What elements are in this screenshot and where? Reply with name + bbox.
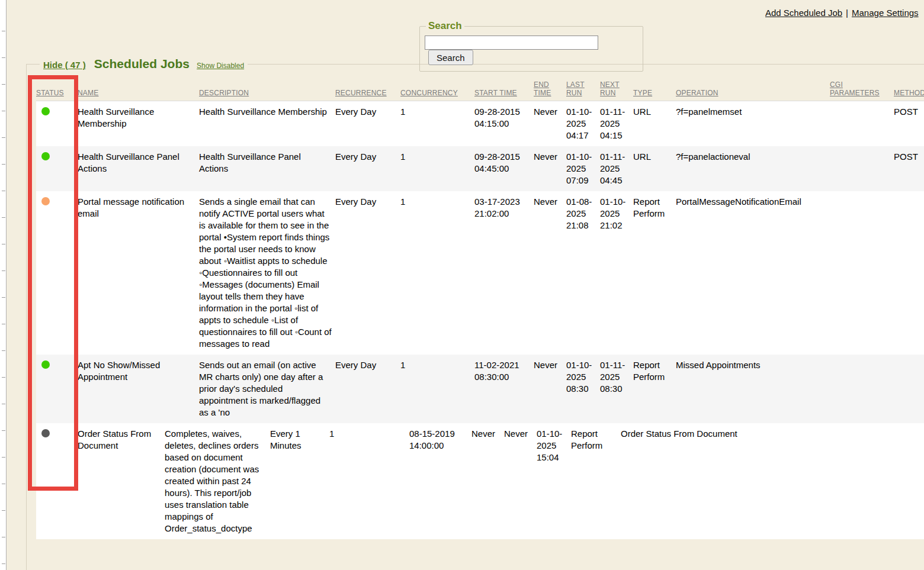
- column-header-last-run[interactable]: LAST RUN: [566, 71, 600, 101]
- job-next-run: 01-11-2025 08:30: [600, 355, 633, 423]
- job-recurrence: Every Day: [335, 355, 400, 423]
- column-header-method[interactable]: METHOD: [894, 71, 924, 101]
- job-next-run: 01-11-2025 04:15: [600, 101, 633, 146]
- column-header-cgi-parameters[interactable]: CGI PARAMETERS: [830, 71, 894, 101]
- job-end-time: Never: [534, 191, 566, 355]
- status-indicator: [41, 197, 50, 205]
- job-start-time: 09-28-2015 04:15:00: [474, 101, 534, 146]
- column-header-description[interactable]: DESCRIPTION: [199, 71, 335, 101]
- job-operation: ?f=panelactioneval: [676, 146, 830, 191]
- table-row: Apt No Show/Missed Appointment Sends out…: [36, 355, 924, 423]
- scheduled-jobs-panel: Hide ( 47 ) Scheduled Jobs Show Disabled…: [26, 57, 924, 570]
- job-end-time: Never: [534, 355, 566, 423]
- column-header-end-time[interactable]: END TIME: [534, 71, 566, 101]
- job-end-time: Never: [534, 101, 566, 146]
- job-concurrency: 1: [400, 191, 474, 355]
- job-method: [894, 191, 924, 355]
- show-disabled-link[interactable]: Show Disabled: [197, 62, 244, 70]
- status-indicator: [41, 360, 50, 369]
- column-header-recurrence[interactable]: RECURRENCE: [335, 71, 400, 101]
- hide-count-link[interactable]: Hide ( 47 ): [43, 60, 86, 70]
- job-filler: [830, 423, 924, 539]
- table-row: Health Surveillance Panel Actions Health…: [36, 146, 924, 191]
- status-cell: [36, 191, 78, 355]
- job-description: Health Surveillance Panel Actions: [199, 146, 335, 191]
- search-input[interactable]: [425, 36, 598, 50]
- job-start-time: 11-02-2021 08:30:00: [474, 355, 534, 423]
- job-recurrence: Every Day: [335, 101, 400, 146]
- job-start-time: 08-15-2019 14:00:00: [409, 423, 471, 539]
- job-start-time: 03-17-2023 21:02:00: [474, 191, 534, 355]
- job-next-run: 01-10-2025 21:02: [600, 191, 633, 355]
- job-cgi-parameters: [830, 101, 894, 146]
- table-row: Health Surveillance Membership Health Su…: [36, 101, 924, 146]
- job-name: Health Surveillance Panel Actions: [78, 146, 199, 191]
- manage-settings-link[interactable]: Manage Settings: [852, 8, 919, 18]
- job-last-run: Never: [504, 423, 537, 539]
- job-name: Portal message notification email: [78, 191, 199, 355]
- gutter-ruler-ticks: [2, 5, 5, 570]
- job-last-run: 01-08-2025 21:08: [566, 191, 600, 355]
- column-header-operation[interactable]: OPERATION: [676, 71, 830, 101]
- job-method: POST: [894, 101, 924, 146]
- column-header-concurrency[interactable]: CONCURRENCY: [400, 71, 474, 101]
- column-header-next-run[interactable]: NEXT RUN: [600, 71, 633, 101]
- column-header-status[interactable]: STATUS: [36, 71, 78, 101]
- job-operation: ?f=panelmemset: [676, 101, 830, 146]
- top-links: Add Scheduled Job|Manage Settings: [765, 8, 919, 18]
- job-last-run: 01-10-2025 04:17: [566, 101, 600, 146]
- table-row: Portal message notification email Sends …: [36, 191, 924, 355]
- job-description: Health Surveillance Membership: [199, 101, 335, 146]
- add-scheduled-job-link[interactable]: Add Scheduled Job: [765, 8, 842, 18]
- job-operation: PortalMessageNotificationEmail: [676, 191, 830, 355]
- status-indicator: [41, 429, 50, 437]
- column-header-name[interactable]: NAME: [78, 71, 199, 101]
- job-start-time: 09-28-2015 04:45:00: [474, 146, 534, 191]
- page: { "colors": { "page_background": "#f3eed…: [0, 0, 924, 570]
- status-cell: [36, 146, 78, 191]
- search-button[interactable]: Search: [428, 50, 473, 65]
- job-description: Sends out an email (on active MR charts …: [199, 355, 335, 423]
- job-type: URL: [633, 101, 676, 146]
- left-frame-gutter: [0, 0, 7, 570]
- job-concurrency: 1: [400, 355, 474, 423]
- column-header-type[interactable]: TYPE: [633, 71, 676, 101]
- status-cell: [36, 423, 78, 539]
- job-name: Order Status From Document: [78, 423, 165, 539]
- link-separator: |: [846, 8, 848, 18]
- job-concurrency: 1: [400, 146, 474, 191]
- job-method: POST: [894, 146, 924, 191]
- status-cell: [36, 355, 78, 423]
- job-operation: Order Status From Document: [621, 423, 830, 539]
- job-cgi-parameters: [830, 146, 894, 191]
- column-header-start-time[interactable]: START TIME: [474, 71, 534, 101]
- job-name: Health Surveillance Membership: [78, 101, 199, 146]
- job-cgi-parameters: [830, 191, 894, 355]
- job-description: Sends a single email that can notify ACT…: [199, 191, 335, 355]
- job-cgi-parameters: [830, 355, 894, 423]
- job-end-time: Never: [471, 423, 504, 539]
- table-header-row: STATUS NAME DESCRIPTION RECURRENCE CONCU…: [36, 71, 924, 101]
- job-method: [894, 355, 924, 423]
- page-title: Scheduled Jobs: [94, 57, 190, 70]
- search-panel-legend: Search: [426, 20, 464, 32]
- job-name: Apt No Show/Missed Appointment: [78, 355, 199, 423]
- job-recurrence: Every Day: [335, 191, 400, 355]
- job-type: Report Perform: [633, 355, 676, 423]
- job-next-run: 01-10-2025 15:04: [537, 423, 571, 539]
- search-panel: Search Search: [419, 20, 643, 72]
- job-last-run: 01-10-2025 07:09: [566, 146, 600, 191]
- page-background: Add Scheduled Job|Manage Settings Search…: [7, 0, 924, 570]
- table-row: Order Status From Document Completes, wa…: [36, 423, 924, 539]
- job-last-run: 01-10-2025 08:30: [566, 355, 600, 423]
- scheduled-jobs-table: STATUS NAME DESCRIPTION RECURRENCE CONCU…: [36, 71, 924, 423]
- job-type: Report Perform: [633, 191, 676, 355]
- job-concurrency: 1: [400, 101, 474, 146]
- job-end-time: Never: [534, 146, 566, 191]
- job-next-run: 01-11-2025 04:45: [600, 146, 633, 191]
- status-indicator: [41, 152, 50, 160]
- status-indicator: [41, 107, 50, 115]
- job-type: URL: [633, 146, 676, 191]
- job-operation: Missed Appointments: [676, 355, 830, 423]
- status-cell: [36, 101, 78, 146]
